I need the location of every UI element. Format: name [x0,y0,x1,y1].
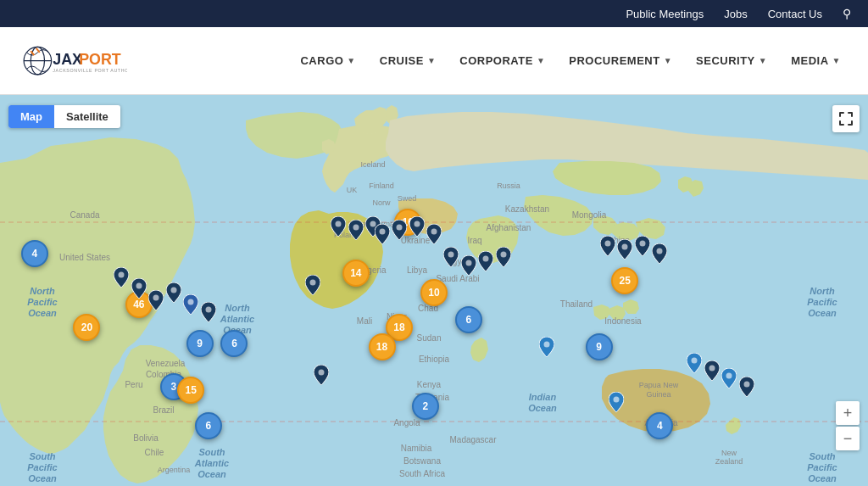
svg-text:United States: United States [59,253,110,262]
svg-text:Namibia: Namibia [401,444,432,453]
nav-security[interactable]: SECURITY ▼ [686,47,777,74]
zoom-in-button[interactable]: + [836,401,860,425]
svg-point-96 [622,244,628,250]
pin-me1[interactable] [443,247,459,271]
map-container[interactable]: North Pacific Ocean North Atlantic Ocean… [0,95,868,486]
svg-point-95 [604,240,610,246]
svg-text:Afghanistan: Afghanistan [487,223,531,232]
svg-text:Libya: Libya [407,265,427,275]
top-bar: Public Meetings Jobs Contact Us ⚲ [0,0,868,27]
svg-text:Canada: Canada [70,210,99,220]
svg-point-105 [743,381,749,387]
pin-na3[interactable] [148,290,164,314]
pin-me2[interactable] [461,255,476,279]
svg-point-93 [483,256,489,262]
cluster-6c[interactable]: 6 [195,412,222,439]
pin-as3[interactable] [635,236,650,260]
svg-text:Ocean: Ocean [808,308,837,318]
svg-text:Kazakhstan: Kazakhstan [505,204,549,214]
svg-text:South: South [809,451,835,461]
cluster-4b[interactable]: 4 [646,412,673,439]
svg-text:UK: UK [347,186,358,194]
cluster-15[interactable]: 15 [177,377,204,404]
svg-text:Thailand: Thailand [560,299,593,309]
pin-na5[interactable] [183,294,198,318]
satellite-btn[interactable]: Satellite [54,105,120,128]
svg-text:Iceland: Iceland [360,160,385,169]
nav-cruise[interactable]: CRUISE ▼ [370,47,447,74]
cluster-4a[interactable]: 4 [21,240,48,267]
cluster-9a[interactable]: 9 [186,330,214,357]
svg-text:Pacific: Pacific [27,462,57,472]
cluster-25[interactable]: 25 [611,267,638,294]
logo-area[interactable]: JAX PORT JACKSONVILLE PORT AUTHORITY [17,36,127,87]
svg-point-79 [136,283,142,289]
pin-me4[interactable] [496,247,511,271]
pin-single7[interactable] [739,377,754,400]
public-meetings-link[interactable]: Public Meetings [626,8,704,20]
pin-single3[interactable] [539,337,554,360]
cluster-14[interactable]: 14 [342,260,370,287]
svg-point-80 [153,295,159,301]
map-btn[interactable]: Map [8,105,54,128]
corporate-arrow-icon: ▼ [537,56,545,65]
pin-eu7[interactable] [426,224,442,248]
pin-as4[interactable] [652,243,667,267]
svg-text:Sudan: Sudan [417,333,442,343]
pin-eu1[interactable] [331,216,346,240]
pin-aus[interactable] [609,392,624,416]
map-type-controls: Map Satellite [8,105,120,128]
cluster-9b[interactable]: 9 [586,333,613,360]
pin-as2[interactable] [617,239,632,263]
jaxport-logo[interactable]: JAX PORT JACKSONVILLE PORT AUTHORITY [17,36,127,87]
media-arrow-icon: ▼ [832,56,841,65]
pin-na4[interactable] [166,282,181,306]
svg-text:Botswana: Botswana [403,456,441,466]
cluster-20[interactable]: 20 [73,314,100,341]
search-icon[interactable]: ⚲ [843,7,851,20]
pin-eu4[interactable] [375,224,390,248]
pin-single1[interactable] [305,275,320,299]
jobs-link[interactable]: Jobs [724,8,747,20]
pin-as1[interactable] [600,236,615,260]
cluster-6b[interactable]: 6 [455,306,482,333]
svg-text:Ocean: Ocean [28,473,57,483]
cluster-6a[interactable]: 6 [220,330,248,357]
zoom-out-button[interactable]: − [836,427,860,450]
pin-na1[interactable] [114,267,129,291]
contact-us-link[interactable]: Contact Us [768,8,822,20]
nav-corporate[interactable]: CORPORATE ▼ [449,47,555,74]
pin-eu5[interactable] [392,220,407,243]
svg-point-91 [448,252,454,258]
svg-text:South Africa: South Africa [399,469,445,478]
pin-single5[interactable] [704,360,720,384]
svg-point-78 [119,271,125,277]
pin-na6[interactable] [201,302,216,326]
cluster-18b[interactable]: 18 [369,333,396,360]
nav-procurement[interactable]: PROCUREMENT ▼ [559,47,682,74]
cluster-2[interactable]: 2 [412,393,439,420]
pin-eu6[interactable] [409,216,425,240]
svg-text:Bolivia: Bolivia [133,433,159,443]
svg-text:Brazil: Brazil [153,405,174,415]
nav-media[interactable]: MEDIA ▼ [781,47,851,74]
procurement-arrow-icon: ▼ [664,56,672,65]
svg-text:Ocean: Ocean [28,308,57,318]
pin-eu2[interactable] [348,220,364,243]
svg-point-106 [614,397,620,403]
pin-single4[interactable] [687,353,702,377]
svg-point-101 [544,342,550,348]
pin-single2[interactable] [314,365,329,388]
pin-me3[interactable] [478,251,493,275]
pin-single6[interactable] [721,368,737,392]
svg-text:Indonesia: Indonesia [604,316,642,326]
svg-text:Mali: Mali [357,316,372,326]
svg-point-81 [170,287,176,293]
cluster-10[interactable]: 10 [420,279,448,306]
cruise-arrow-icon: ▼ [427,56,436,65]
cargo-arrow-icon: ▼ [347,56,355,65]
nav-cargo[interactable]: CARGO ▼ [290,47,365,74]
pin-na2[interactable] [131,278,147,302]
svg-text:JACKSONVILLE PORT AUTHORITY: JACKSONVILLE PORT AUTHORITY [53,67,127,72]
fullscreen-button[interactable] [832,105,860,132]
